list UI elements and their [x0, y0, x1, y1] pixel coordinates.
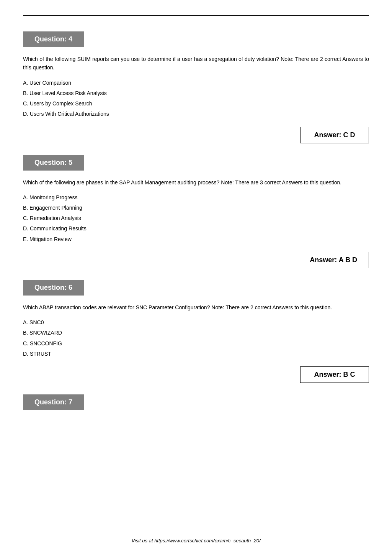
answer-4-box: Answer: C D [300, 127, 369, 143]
question-6-text: Which ABAP transaction codes are relevan… [23, 303, 369, 312]
top-border [23, 15, 369, 16]
question-block-7: Question: 7 [23, 394, 369, 418]
question-4-header: Question: 4 [23, 31, 84, 47]
list-item: E. Mitigation Review [23, 235, 369, 244]
question-4-text: Which of the following SUIM reports can … [23, 55, 369, 72]
answer-6-container: Answer: B C [23, 366, 369, 383]
question-5-header: Question: 5 [23, 155, 84, 171]
list-item: C. Users by Complex Search [23, 99, 369, 108]
list-item: B. SNCWIZARD [23, 328, 369, 338]
answer-5-container: Answer: A B D [23, 252, 369, 268]
list-item: D. Users With Critical Authorizations [23, 109, 369, 119]
answer-6-box: Answer: B C [300, 366, 369, 383]
question-7-header: Question: 7 [23, 394, 84, 410]
list-item: A. Monitoring Progress [23, 193, 369, 202]
question-4-options: A. User Comparison B. User Level Access … [23, 78, 369, 119]
list-item: D. Communicating Results [23, 224, 369, 233]
question-block-6: Question: 6 Which ABAP transaction codes… [23, 280, 369, 383]
page-container: Question: 4 Which of the following SUIM … [0, 0, 392, 555]
question-block-5: Question: 5 Which of the following are p… [23, 155, 369, 268]
list-item: D. STRUST [23, 349, 369, 359]
question-block-4: Question: 4 Which of the following SUIM … [23, 31, 369, 143]
list-item: B. Engagement Planning [23, 203, 369, 213]
question-5-options: A. Monitoring Progress B. Engagement Pla… [23, 193, 369, 244]
page-footer: Visit us at https://www.certschief.com/e… [0, 538, 392, 544]
question-6-header: Question: 6 [23, 280, 84, 296]
list-item: C. Remediation Analysis [23, 213, 369, 223]
list-item: B. User Level Access Risk Analysis [23, 89, 369, 98]
answer-4-container: Answer: C D [23, 127, 369, 143]
list-item: A. User Comparison [23, 78, 369, 88]
list-item: A. SNC0 [23, 318, 369, 327]
question-6-options: A. SNC0 B. SNCWIZARD C. SNCCONFIG D. STR… [23, 318, 369, 359]
answer-5-box: Answer: A B D [298, 252, 369, 268]
list-item: C. SNCCONFIG [23, 339, 369, 348]
question-5-text: Which of the following are phases in the… [23, 178, 369, 187]
